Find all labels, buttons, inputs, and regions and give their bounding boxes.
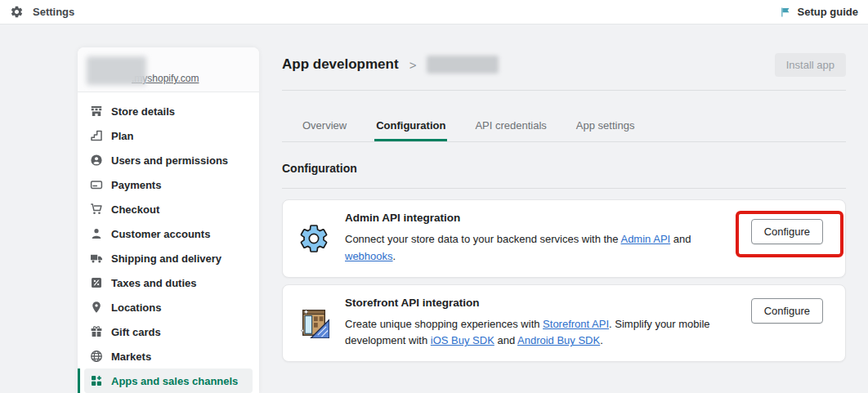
tab-overview[interactable]: Overview (301, 114, 348, 141)
admin-api-gear-icon (298, 222, 330, 255)
configure-button[interactable]: Configure (751, 298, 823, 324)
tab-api-credentials[interactable]: API credentials (473, 114, 548, 141)
storefront-pixel-icon (298, 307, 330, 338)
app-tabs: OverviewConfigurationAPI credentialsApp … (282, 114, 846, 142)
sidebar-item-label: Taxes and duties (111, 277, 197, 289)
sidebar-item-label: Markets (111, 351, 151, 363)
sidebar-item-label: Customer accounts (111, 228, 210, 240)
integration-cards: Admin API integrationConnect your store … (282, 199, 846, 362)
setup-guide-flag-icon (780, 7, 791, 18)
admin-api-integration-card: Admin API integrationConnect your store … (282, 199, 846, 278)
page-title: Settings (33, 6, 74, 18)
configure-button[interactable]: Configure (751, 219, 823, 244)
sidebar-item-users-and-permissions[interactable]: Users and permissions (84, 148, 253, 172)
redacted-app-name (427, 56, 499, 74)
redacted-store-name (87, 56, 146, 85)
card-title: Storefront API integration (345, 297, 718, 309)
sidebar-item-shipping-and-delivery[interactable]: Shipping and delivery (84, 246, 253, 270)
top-bar: Settings Setup guide (0, 0, 868, 25)
breadcrumb-root[interactable]: App development (282, 56, 399, 73)
payments-card-icon (90, 178, 103, 191)
install-app-button[interactable]: Install app (775, 53, 846, 77)
section-title: Configuration (282, 162, 846, 175)
main-content: App development > Install app OverviewCo… (282, 52, 846, 362)
tab-app-settings[interactable]: App settings (575, 114, 637, 141)
sidebar-item-locations[interactable]: Locations (84, 295, 253, 319)
apps-grid-plus-icon (90, 374, 103, 387)
taxes-percent-icon (90, 276, 103, 289)
store-header: .myshopify.com (78, 47, 259, 92)
sidebar-item-taxes-and-duties[interactable]: Taxes and duties (84, 270, 253, 295)
storefront-api-integration-card: Storefront API integrationCreate unique … (282, 284, 846, 363)
sidebar-item-label: Locations (111, 301, 161, 314)
sidebar-item-label: Shipping and delivery (111, 252, 221, 265)
users-icon (90, 154, 103, 167)
tab-configuration[interactable]: Configuration (374, 114, 447, 141)
card-description: Create unique shopping experiences with … (345, 316, 718, 351)
section-divider (282, 188, 846, 189)
card-description: Connect your store data to your backend … (345, 231, 718, 266)
sidebar-item-label: Users and permissions (111, 154, 228, 167)
breadcrumb-chevron-icon: > (409, 58, 417, 72)
settings-gear-icon (10, 5, 24, 19)
link-ios-buy-sdk[interactable]: iOS Buy SDK (431, 334, 494, 346)
sidebar-menu: Store detailsPlanUsers and permissionsPa… (78, 92, 259, 393)
sidebar-item-label: Plan (111, 130, 133, 142)
sidebar-item-apps-and-sales-channels[interactable]: Apps and sales channels (84, 368, 253, 393)
setup-guide-label: Setup guide (798, 6, 858, 18)
plan-stairs-icon (90, 129, 103, 142)
locations-pin-icon (90, 301, 103, 314)
link-webhooks[interactable]: webhooks (345, 250, 393, 262)
link-storefront-api[interactable]: Storefront API (543, 318, 609, 330)
customer-person-icon (90, 227, 103, 240)
card-title: Admin API integration (345, 212, 718, 224)
sidebar-item-label: Apps and sales channels (111, 375, 238, 387)
link-admin-api[interactable]: Admin API (620, 233, 670, 245)
link-android-buy-sdk[interactable]: Android Buy SDK (517, 334, 600, 346)
annotation-highlight-box: Configure (736, 211, 843, 257)
settings-sidebar: .myshopify.com Store detailsPlanUsers an… (78, 47, 259, 393)
shipping-truck-icon (90, 252, 103, 265)
sidebar-item-label: Store details (111, 105, 175, 118)
markets-globe-icon (90, 350, 103, 363)
sidebar-item-customer-accounts[interactable]: Customer accounts (84, 221, 253, 246)
sidebar-item-plan[interactable]: Plan (84, 123, 253, 148)
sidebar-item-gift-cards[interactable]: Gift cards (84, 319, 253, 344)
gift-icon (90, 325, 103, 338)
sidebar-item-payments[interactable]: Payments (84, 172, 253, 197)
sidebar-item-store-details[interactable]: Store details (84, 99, 253, 123)
sidebar-item-label: Checkout (111, 203, 159, 216)
header-divider (282, 90, 846, 91)
sidebar-item-markets[interactable]: Markets (84, 344, 253, 368)
sidebar-item-label: Payments (111, 179, 161, 191)
sidebar-item-label: Gift cards (111, 326, 161, 338)
sidebar-item-checkout[interactable]: Checkout (84, 197, 253, 221)
checkout-cart-icon (90, 203, 103, 216)
page-header-row: App development > Install app (282, 52, 846, 77)
store-icon (90, 105, 103, 118)
setup-guide-button[interactable]: Setup guide (780, 6, 858, 18)
